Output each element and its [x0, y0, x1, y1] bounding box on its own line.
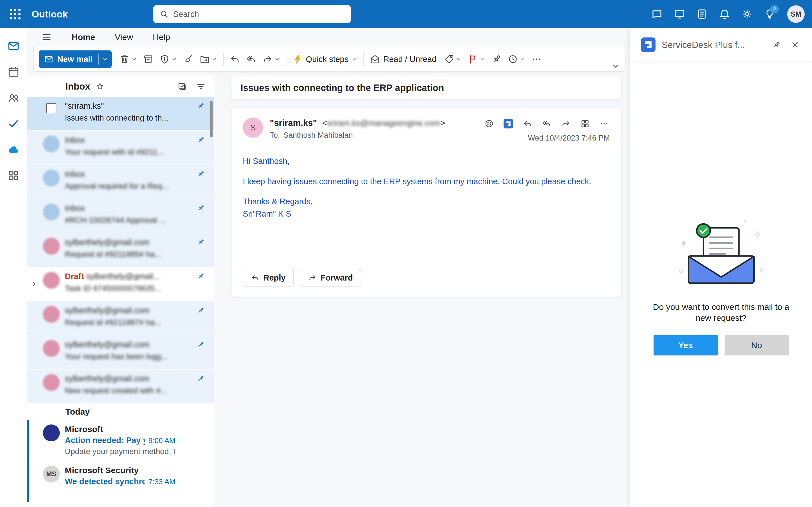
pin-icon[interactable]: [196, 204, 205, 213]
message-date: Wed 10/4/2023 7:46 PM: [528, 134, 610, 143]
search-box[interactable]: [153, 5, 351, 23]
onedrive-cloud-icon: [7, 144, 20, 156]
reply-button[interactable]: [522, 118, 533, 129]
forward-button[interactable]: [560, 118, 571, 129]
list-header: Inbox: [27, 76, 214, 97]
rail-apps-button[interactable]: [6, 168, 21, 183]
sweep-button[interactable]: [181, 51, 196, 68]
to-value[interactable]: Santhosh Mahibalan: [283, 131, 353, 140]
reply-all-button[interactable]: [541, 118, 552, 129]
divider: [363, 53, 364, 66]
rail-todo-button[interactable]: [6, 116, 21, 131]
new-mail-dropdown[interactable]: [99, 50, 112, 68]
notifications-button[interactable]: [716, 5, 733, 23]
star-icon: [95, 82, 104, 91]
rail-mail-button[interactable]: [6, 38, 21, 54]
pin-icon[interactable]: [196, 135, 205, 145]
avatar: [43, 340, 60, 357]
tab-view[interactable]: View: [115, 33, 133, 42]
chat-button[interactable]: [648, 5, 666, 23]
pin-icon[interactable]: [196, 374, 205, 383]
no-button[interactable]: No: [725, 335, 789, 355]
chevron-right-icon: [31, 280, 38, 288]
ribbon-toolbar: New mail: [33, 47, 625, 71]
tab-home[interactable]: Home: [71, 33, 95, 42]
unread-indicator: [27, 461, 29, 502]
yes-button[interactable]: Yes: [654, 335, 718, 355]
account-avatar[interactable]: SM: [787, 5, 805, 23]
avatar: MS: [43, 466, 60, 483]
notes-button[interactable]: [693, 5, 711, 23]
categorize-button[interactable]: [441, 51, 464, 68]
pin-icon[interactable]: [196, 101, 205, 110]
list-item[interactable]: sylberthely@gmail.com Your request has b…: [27, 335, 214, 370]
archive-button[interactable]: [140, 51, 156, 68]
filter-button[interactable]: [194, 80, 207, 93]
collapse-ribbon-button[interactable]: [612, 62, 620, 70]
forward-action-button[interactable]: Forward: [300, 269, 361, 286]
reactions-button[interactable]: [484, 118, 495, 129]
app-launcher-button[interactable]: [7, 6, 23, 22]
reply-icon: [230, 54, 240, 64]
expand-conversation-button[interactable]: [31, 280, 38, 288]
pin-addin-button[interactable]: [770, 39, 783, 51]
list-item[interactable]: Microsoft Action needed: Pay yo... 9:00 …: [27, 420, 214, 461]
tab-help[interactable]: Help: [153, 33, 170, 42]
list-scrollbar[interactable]: [210, 101, 213, 137]
apps-button[interactable]: [579, 118, 591, 129]
list-item[interactable]: sylberthely@gmail.com Request id #921188…: [27, 301, 214, 335]
pin-icon[interactable]: [196, 340, 205, 349]
select-messages-button[interactable]: [175, 80, 189, 93]
chevron-down-icon: [479, 56, 486, 62]
addin-header: ServiceDesk Plus f...: [630, 28, 812, 61]
report-button[interactable]: [157, 51, 180, 68]
pin-button[interactable]: [489, 51, 504, 68]
more-options-button[interactable]: [529, 51, 545, 68]
servicedesk-addin-button[interactable]: [503, 118, 514, 129]
reply-action-button[interactable]: Reply: [243, 269, 294, 286]
close-addin-button[interactable]: [789, 39, 801, 51]
favorite-star-button[interactable]: [95, 82, 104, 91]
list-item[interactable]: Inbox #RCH-10026744 Approval ...: [27, 199, 214, 233]
move-to-button[interactable]: [197, 51, 220, 68]
rail-people-button[interactable]: [6, 90, 21, 105]
pin-icon[interactable]: [196, 306, 205, 315]
sender-avatar[interactable]: S: [243, 117, 263, 138]
more-actions-button[interactable]: [599, 118, 610, 129]
list-item[interactable]: Inbox Your request with id #9211...: [27, 131, 214, 165]
list-item[interactable]: sylberthely@gmail.com New request create…: [27, 370, 214, 404]
tips-button[interactable]: 2: [761, 5, 779, 23]
quick-steps-lightning-icon: [292, 54, 303, 64]
list-item[interactable]: MS Microsoft Security We detected synchr…: [27, 461, 214, 502]
meet-now-button[interactable]: [670, 5, 689, 23]
menu-bar: Home View Help: [27, 28, 630, 46]
rail-calendar-button[interactable]: [6, 64, 21, 79]
reply-all-button[interactable]: [243, 51, 259, 68]
list-item[interactable]: "sriram.ks" Issues with connecting to th…: [27, 97, 214, 131]
hamburger-button[interactable]: [41, 32, 52, 43]
read-unread-button[interactable]: Read / Unread: [367, 51, 441, 68]
message-subject: Action needed: Pay yo...: [65, 436, 145, 445]
snooze-button[interactable]: [505, 51, 528, 68]
message-checkbox[interactable]: [46, 103, 56, 113]
list-item[interactable]: sylberthely@gmail.com Request id #921188…: [27, 233, 214, 267]
pin-icon[interactable]: [196, 238, 205, 247]
convert-prompt: Do you want to convert this mail to a ne…: [647, 301, 796, 323]
delete-button[interactable]: [117, 51, 140, 68]
settings-button[interactable]: [738, 5, 756, 23]
pin-icon[interactable]: [196, 272, 205, 281]
search-input[interactable]: [173, 10, 345, 19]
pin-icon[interactable]: [196, 170, 205, 179]
quick-steps-button[interactable]: Quick steps: [290, 51, 360, 68]
new-mail-button[interactable]: New mail: [39, 50, 112, 68]
list-item[interactable]: Draftsylberthely@gmail... Task ID 674500…: [27, 267, 214, 301]
message-subject: Request id #9211887# ha...: [65, 318, 191, 327]
reply-button[interactable]: [227, 51, 243, 68]
list-item[interactable]: Inbox Approval required for a Req...: [27, 165, 214, 199]
rail-onedrive-button[interactable]: [6, 142, 21, 157]
flag-button[interactable]: [465, 51, 488, 68]
sender-email: <sriram.ks@manageengine.com>: [322, 119, 445, 128]
message-subject: Task ID 67450000078635...: [65, 284, 191, 293]
reply-all-icon: [542, 119, 552, 128]
forward-button[interactable]: [260, 51, 283, 68]
